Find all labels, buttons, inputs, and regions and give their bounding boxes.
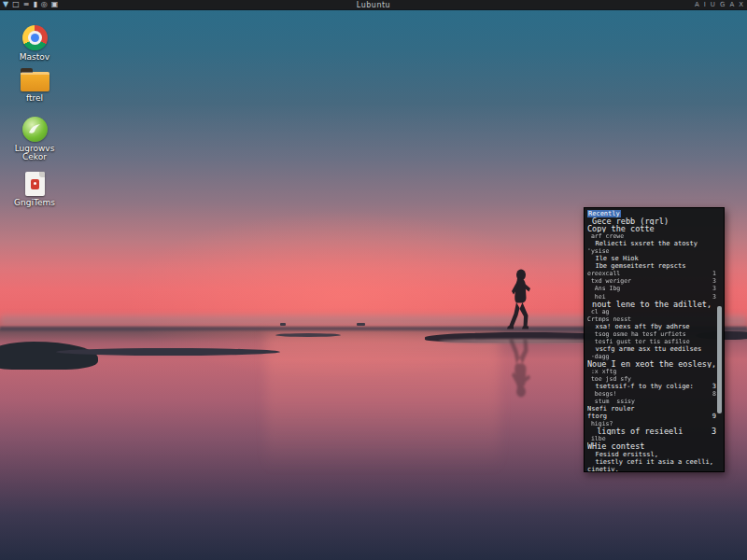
menu-item-label: cl ag xyxy=(587,308,609,315)
document-icon xyxy=(25,172,45,196)
menu-item[interactable]: arf crewe xyxy=(587,232,716,240)
menu-item-label: Copy the cotte xyxy=(587,225,655,232)
menu-item[interactable]: toe jsd sfy xyxy=(587,375,716,383)
desktop-icon-label: Lugrowvs Cekor xyxy=(7,145,62,161)
scrollbar-thumb[interactable] xyxy=(717,306,722,413)
menu-item-selected[interactable]: Recently xyxy=(587,210,716,217)
menu-item-label: vscfg arme asx ttu eedilses xyxy=(587,345,701,353)
menu-item-count: 3 xyxy=(709,293,716,301)
folder-icon xyxy=(21,72,49,91)
menu-item-label: ·dagg xyxy=(587,353,609,360)
person-silhouette xyxy=(500,269,543,334)
menu-item[interactable]: cinetiy, xyxy=(587,466,716,472)
menu-item-label: cinetiy, xyxy=(587,466,619,472)
menu-item-count: 3 xyxy=(709,277,716,285)
sandbar xyxy=(56,348,280,356)
terminal-lines: Recently Gece rebb (rgrl)Copy the cotte … xyxy=(587,210,716,472)
menu-item-label: txd weriger xyxy=(587,277,631,285)
menu-item-label: tsog osme ha tesf urfiets xyxy=(587,330,686,338)
desktop-icon-folder[interactable]: ftrel xyxy=(6,67,63,103)
menu-item[interactable]: :x xftg xyxy=(587,368,716,375)
desktop-icon-label: ftrel xyxy=(26,94,43,103)
menu-item-label: tesfi gust ter tis asfilse xyxy=(587,338,690,345)
menu-item[interactable]: ftorg9 xyxy=(587,413,716,420)
leaf-swirl-icon xyxy=(22,117,48,142)
menu-item[interactable]: Gece rebb (rgrl) xyxy=(587,217,716,225)
menu-item[interactable]: WHie contest xyxy=(587,442,716,450)
menu-item[interactable]: stum ssisy xyxy=(587,398,716,405)
menu-item[interactable]: tesfi gust ter tis asfilse xyxy=(587,338,716,345)
sandbar xyxy=(275,333,341,337)
menu-item-label: :x xftg xyxy=(587,368,616,375)
menu-item-label: Nsefi rouler xyxy=(587,405,635,413)
menu-item[interactable]: cl ag xyxy=(587,308,716,315)
menu-item[interactable]: tiestly cefi it asia a ceelli, xyxy=(587,458,716,466)
menu-item-label: tiestly cefi it asia a ceelli, xyxy=(587,458,713,466)
document-red-mark xyxy=(31,179,39,189)
menu-item-count: 3 xyxy=(709,383,716,390)
desktop-screen: ▼□≡▮◎▣ Lubuntu AIUGAX Mastov ftrel Lugro… xyxy=(0,0,747,560)
panel-title: Lubuntu xyxy=(0,1,747,9)
menu-item[interactable]: nout lene to the adillet, xyxy=(587,301,716,308)
desktop-icon-label: Mastov xyxy=(20,53,49,62)
menu-item-label: ereexcall xyxy=(587,270,620,277)
menu-item-label: nout lene to the adillet, xyxy=(587,301,712,308)
menu-item[interactable]: hei3 xyxy=(587,293,716,301)
terminal-menu-window[interactable]: Recently Gece rebb (rgrl)Copy the cotte … xyxy=(584,207,725,472)
menu-item[interactable]: Ans Ibg3 xyxy=(587,285,716,292)
menu-item-label: Ile se Hiok xyxy=(587,255,639,262)
menu-item-label: toe jsd sfy xyxy=(587,375,631,383)
menu-item-count: 1 xyxy=(709,270,716,277)
menu-item[interactable]: ilbe xyxy=(587,435,716,442)
menu-item-label: ilbe xyxy=(587,435,606,442)
desktop-icon-green-app[interactable]: Lugrowvs Cekor xyxy=(6,117,63,161)
menu-item[interactable]: Copy the cotte xyxy=(587,225,716,232)
menu-item-label: Reliecti sxsret the atosty xyxy=(587,240,698,247)
menu-item-label: Gece rebb (rgrl) xyxy=(587,217,669,225)
menu-item-label: besgs! xyxy=(587,390,616,398)
menu-item[interactable]: lignts of resieeli3 xyxy=(587,427,716,435)
menu-item[interactable]: Reliecti sxsret the atosty xyxy=(587,240,716,247)
menu-item-count: 8 xyxy=(709,390,716,398)
menu-item[interactable]: ereexcall1 xyxy=(587,270,716,277)
menu-item-label: ftorg xyxy=(587,413,607,420)
menu-item[interactable]: tsetssif-f to thy colige:3 xyxy=(587,383,716,390)
menu-item[interactable]: 'ysise xyxy=(587,247,716,255)
menu-item[interactable]: tsog osme ha tesf urfiets xyxy=(587,330,716,338)
menu-item-count: 9 xyxy=(709,413,716,420)
menu-item-label: stum ssisy xyxy=(587,398,635,405)
menu-item-count: 3 xyxy=(709,285,716,292)
distant-boat xyxy=(357,323,365,326)
menu-item-label: 'ysise xyxy=(587,247,609,255)
menu-item[interactable]: txd weriger3 xyxy=(587,277,716,285)
menu-item-label: Ibe gemseitesrt repscts xyxy=(587,262,685,270)
menu-item[interactable]: xsa! oexs aft fby adhrse xyxy=(587,323,716,330)
menu-item-label: tsetssif-f to thy colige: xyxy=(587,383,694,390)
menu-item-label: Crtmps nesst xyxy=(587,315,631,323)
menu-item-label: hei xyxy=(587,293,606,301)
menu-item-label: Recently xyxy=(587,210,621,217)
menu-item-label: Fesisd ersitssl, xyxy=(587,451,658,458)
menu-item-label: lignts of resieeli xyxy=(587,427,683,435)
desktop-icon-label: GngiTems xyxy=(14,199,55,207)
menu-item[interactable]: besgs!8 xyxy=(587,390,716,398)
desktop-icon-document[interactable]: GngiTems xyxy=(6,172,63,207)
menu-item[interactable]: higis? xyxy=(587,420,716,427)
menu-item[interactable]: Ibe gemseitesrt repscts xyxy=(587,262,716,270)
menu-item[interactable]: vscfg arme asx ttu eedilses xyxy=(587,345,716,353)
person-reflection xyxy=(500,332,543,398)
chrome-browser-icon xyxy=(22,25,48,50)
desktop-icon-browser[interactable]: Mastov xyxy=(6,25,63,62)
menu-item[interactable]: ·dagg xyxy=(587,353,716,360)
menu-item-count: 3 xyxy=(708,427,716,435)
menu-item-label: Ans Ibg xyxy=(587,285,620,292)
menu-item[interactable]: Fesisd ersitssl, xyxy=(587,451,716,458)
menu-item[interactable]: Crtmps nesst xyxy=(587,315,716,323)
water-reflection-streak xyxy=(266,332,500,472)
menu-item[interactable]: Noue I en xeot the eoslesy, xyxy=(587,360,716,368)
menu-item[interactable]: Ile se Hiok xyxy=(587,255,716,262)
menu-item-label: higis? xyxy=(587,420,613,427)
menu-item-label: WHie contest xyxy=(587,442,644,450)
menu-item-label: arf crewe xyxy=(587,232,624,240)
menu-item[interactable]: Nsefi rouler xyxy=(587,405,716,413)
